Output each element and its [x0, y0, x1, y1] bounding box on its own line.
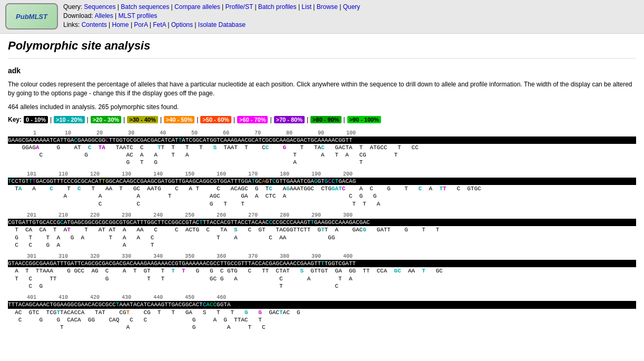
ruler-1: 1 10 20 30 40 50 60 70 80 90 100 [8, 130, 636, 136]
main-seq-1[interactable]: GAAGCGAAAAAATCATTGACGAAGGCGGCTTGGTGCGCGA… [8, 136, 636, 144]
main-seq-5[interactable]: TTTACAGCAAACTGGAAGGCGAACACGCGCCTAAATACAT… [8, 301, 636, 308]
header: PubMLST Query: Sequences | Batch sequenc… [0, 0, 644, 34]
seq-block-2: 101 110 120 130 140 150 160 170 180 190 … [8, 171, 636, 208]
main-seq-2[interactable]: TCCTGTTTGACGGTTTCCCGCGCACATTGGCACAAGCCGA… [8, 178, 636, 185]
nav-list[interactable]: List [301, 3, 311, 11]
key-80-90: >80 - 90% [310, 116, 341, 123]
nav-home[interactable]: Home [112, 21, 129, 28]
query-nav-row: Query: Sequences | Batch sequences | Com… [63, 3, 639, 11]
links-label: Links: [63, 21, 80, 28]
pubmlst-logo: PubMLST [5, 3, 58, 30]
nav-profile-st[interactable]: Profile/ST [226, 3, 253, 11]
nav-browse[interactable]: Browse [317, 3, 338, 11]
nav-area: Query: Sequences | Batch sequences | Com… [63, 3, 639, 30]
ruler-5: 401 410 420 430 440 450 460 [8, 294, 636, 301]
nav-options[interactable]: Options [171, 21, 193, 28]
key-90-100: >90 - 100% [347, 116, 382, 123]
gene-name: adk [8, 66, 636, 75]
nav-feta[interactable]: FetA [153, 21, 166, 28]
description: The colour codes represent the percentag… [8, 80, 636, 98]
nav-batch-sequences[interactable]: Batch sequences [121, 3, 169, 11]
key-60-70: >60 - 70% [237, 116, 268, 123]
logo-area: PubMLST [5, 3, 58, 30]
nav-mlst-profiles[interactable]: MLST profiles [119, 12, 158, 19]
nav-isolate-db[interactable]: Isolate Database [198, 21, 246, 28]
key-20-30: >20 - 30% [91, 116, 121, 123]
ruler-2: 101 110 120 130 140 150 160 170 180 190 … [8, 171, 636, 178]
seq-block-1: 1 10 20 30 40 50 60 70 80 90 100 GAAGCGA… [8, 130, 636, 167]
alt-rows-5: AC GTC TCGTTACACCА TAT CGT CG T T GA S T… [8, 309, 636, 331]
stats: 464 alleles included in analysis. 265 po… [8, 103, 636, 111]
key-30-40: >30 - 40% [127, 116, 158, 123]
key-50-60: >50 - 60% [200, 116, 231, 123]
nav-query[interactable]: Query [343, 3, 360, 11]
key-0-10: 0 - 10% [24, 116, 48, 123]
main-seq-4[interactable]: GTAACCGGCGAAGATTTGATTCAGCGCGACGACGACAAAG… [8, 260, 636, 267]
ruler-4: 301 310 320 330 340 350 360 370 380 390 … [8, 253, 636, 260]
key-70-80: >70 - 80% [274, 116, 305, 123]
page-title: Polymorphic site analysis [8, 39, 636, 58]
ruler-3: 201 210 220 230 240 250 260 270 280 290 … [8, 212, 636, 219]
alt-rows-3: T CA CA T AT T AT AT A AA C C ACTG C TA … [8, 226, 636, 249]
key-10-20: >10 - 20% [54, 116, 84, 123]
key-row: Key: 0 - 10% | >10 - 20% | >20 - 30% | >… [8, 116, 636, 123]
nav-batch-profiles[interactable]: Batch profiles [258, 3, 297, 11]
key-label: Key: [8, 116, 22, 123]
links-nav-row: Links: Contents | Home | PorA | FetA | O… [63, 21, 639, 28]
main-seq-3[interactable]: CGTGATTGTGCACCGCATGAGCGGCGCGCGGCGTGCATTT… [8, 219, 636, 226]
nav-contents[interactable]: Contents [82, 21, 107, 28]
key-40-50: >40 - 50% [164, 116, 194, 123]
alt-rows-1: GGAGA G AT C TA TAATC C TT T T T S TAAT … [8, 144, 636, 167]
download-label: Download: [63, 12, 93, 19]
nav-alleles[interactable]: Alleles [94, 12, 113, 19]
nav-pora[interactable]: PorA [134, 21, 148, 28]
alt-rows-4: A T TTAAA G GCC AG C A T GT T T T G G C … [8, 267, 636, 290]
main-content: Polymorphic site analysis adk The colour… [0, 34, 644, 341]
nav-compare-alleles[interactable]: Compare alleles [174, 3, 220, 11]
seq-block-4: 301 310 320 330 340 350 360 370 380 390 … [8, 253, 636, 290]
seq-block-5: 401 410 420 430 440 450 460 TTTACAGCAAAC… [8, 294, 636, 331]
alt-rows-2: TA A C T C T AA T GC AATG C A T C ACAGC … [8, 185, 636, 208]
download-nav-row: Download: Alleles | MLST profiles [63, 12, 639, 19]
seq-block-3: 201 210 220 230 240 250 260 270 280 290 … [8, 212, 636, 249]
sequence-display: 1 10 20 30 40 50 60 70 80 90 100 GAAGCGA… [8, 130, 636, 336]
nav-sequences[interactable]: Sequences [84, 3, 115, 11]
query-label: Query: [63, 3, 82, 11]
